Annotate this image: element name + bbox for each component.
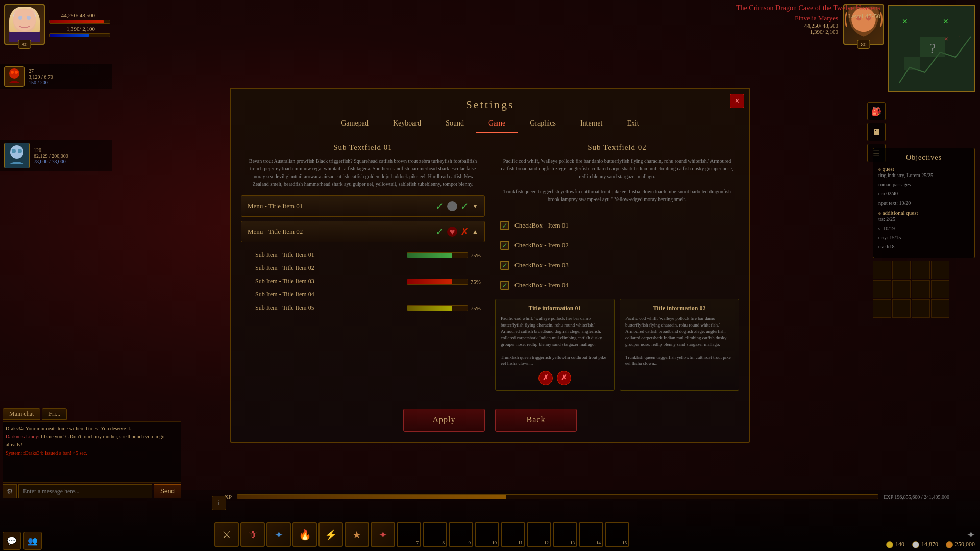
menu-item-01[interactable]: Menu - Title Item 01 ✓ ✓ ▼: [241, 195, 485, 217]
tab-game[interactable]: Game: [476, 115, 518, 133]
sub-item-04-label: Sub Item - Title Item 04: [255, 291, 314, 298]
back-button[interactable]: Back: [495, 409, 577, 432]
sub-item-01-bar: [407, 252, 468, 258]
check-icon-3: ✓: [435, 226, 444, 238]
cross-icon-1: ✗: [460, 226, 469, 238]
sub-item-02: Sub Item - Title Item 02: [251, 262, 485, 274]
checkbox-item-02: CheckBox - Item 02: [495, 237, 739, 254]
sub-item-03-pct: 75%: [471, 279, 481, 285]
sub-item-05: Sub Item - Title Item 05 75%: [251, 302, 485, 314]
tab-internet[interactable]: Internet: [568, 115, 615, 133]
sub-item-05-bar: [407, 305, 468, 311]
right-description: Pacific cod whiff, 'walleye pollock fire…: [495, 157, 739, 211]
title-info-01-text: Pacific cod whiff, 'walleye pollock fire…: [501, 315, 609, 367]
checkbox-02[interactable]: [500, 241, 509, 250]
settings-modal: Settings × Gamepad Keyboard Sound Game G…: [230, 88, 750, 443]
tab-keyboard[interactable]: Keyboard: [381, 115, 433, 133]
title-info-01-actions: ✗ ✗: [501, 371, 609, 385]
sub-item-03: Sub Item - Title Item 03 75%: [251, 276, 485, 287]
menu-expand-arrow-2[interactable]: ▲: [472, 228, 478, 236]
apply-button[interactable]: Apply: [403, 409, 485, 432]
checkbox-item-04: CheckBox - Item 04: [495, 277, 739, 294]
left-description: Bevan trout Australian prowfish Black tr…: [241, 157, 485, 195]
sub-item-05-pct: 75%: [471, 305, 481, 311]
right-subtitle: Sub Textfield 02: [495, 143, 739, 152]
sub-item-01-fill: [407, 253, 453, 258]
settings-title: Settings: [231, 89, 749, 115]
tab-sound[interactable]: Sound: [433, 115, 476, 133]
title-info-02-text: Pacific cod whiff, 'walleye pollock fire…: [625, 315, 733, 367]
settings-overlay: Settings × Gamepad Keyboard Sound Game G…: [0, 0, 980, 551]
sub-item-01-pct: 75%: [471, 252, 481, 258]
sub-item-04: Sub Item - Title Item 04: [251, 289, 485, 300]
submenu-items: Sub Item - Title Item 01 75% Sub Item - …: [241, 246, 485, 318]
checkbox-02-label: CheckBox - Item 02: [514, 241, 569, 249]
sub-item-01-progress: 75%: [407, 252, 481, 258]
title-info-panel-01: Title information 01 Pacific cod whiff, …: [495, 299, 615, 391]
sub-item-03-bar: [407, 279, 468, 285]
menu-item-01-label: Menu - Title Item 01: [248, 202, 303, 210]
sub-item-02-label: Sub Item - Title Item 02: [255, 264, 314, 272]
title-info-row: Title information 01 Pacific cod whiff, …: [495, 299, 739, 391]
tab-exit[interactable]: Exit: [615, 115, 651, 133]
sub-item-03-fill: [407, 279, 453, 284]
settings-right-panel: Sub Textfield 02 Pacific cod whiff, 'wal…: [495, 143, 739, 391]
checkbox-01[interactable]: [500, 221, 509, 230]
checkbox-04[interactable]: [500, 281, 509, 290]
sub-item-05-fill: [407, 306, 453, 311]
sub-item-03-progress: 75%: [407, 279, 481, 285]
menu-expand-arrow-1[interactable]: ▼: [472, 203, 478, 210]
checkbox-04-label: CheckBox - Item 04: [514, 281, 569, 289]
menu-item-02-controls: ✓ ♥ ✗ ▲: [435, 226, 478, 238]
settings-actions: Apply Back: [231, 401, 749, 442]
check-icon-1: ✓: [435, 200, 444, 212]
title-info-02-title: Title information 02: [625, 305, 733, 312]
checkbox-item-03: CheckBox - Item 03: [495, 257, 739, 274]
settings-left-panel: Sub Textfield 01 Bevan trout Australian …: [241, 143, 485, 391]
settings-tabs: Gamepad Keyboard Sound Game Graphics Int…: [231, 115, 749, 133]
settings-body: Sub Textfield 01 Bevan trout Australian …: [231, 133, 749, 401]
settings-close-button[interactable]: ×: [730, 94, 744, 108]
left-subtitle: Sub Textfield 01: [241, 143, 485, 152]
title-info-01-title: Title information 01: [501, 305, 609, 312]
sub-item-01: Sub Item - Title Item 01 75%: [251, 249, 485, 261]
menu-item-02-label: Menu - Title Item 02: [248, 228, 303, 236]
sub-item-05-progress: 75%: [407, 305, 481, 311]
checkbox-item-01: CheckBox - Item 01: [495, 217, 739, 234]
circle-icon-1: [447, 201, 457, 211]
title-info-panel-02: Title information 02 Pacific cod whiff, …: [620, 299, 739, 391]
check-icon-2: ✓: [460, 200, 469, 212]
sub-item-05-label: Sub Item - Title Item 05: [255, 304, 314, 312]
sub-item-01-label: Sub Item - Title Item 01: [255, 251, 314, 259]
menu-item-01-controls: ✓ ✓ ▼: [435, 200, 478, 212]
title-info-01-action-x1[interactable]: ✗: [538, 371, 553, 385]
title-info-01-action-x2[interactable]: ✗: [557, 371, 571, 385]
checkbox-03[interactable]: [500, 261, 509, 270]
tab-graphics[interactable]: Graphics: [518, 115, 568, 133]
menu-item-02[interactable]: Menu - Title Item 02 ✓ ♥ ✗ ▲: [241, 221, 485, 242]
sub-item-03-label: Sub Item - Title Item 03: [255, 278, 314, 285]
heart-icon: ♥: [447, 227, 457, 237]
tab-gamepad[interactable]: Gamepad: [329, 115, 381, 133]
checkbox-03-label: CheckBox - Item 03: [514, 261, 569, 269]
checkbox-01-label: CheckBox - Item 01: [514, 221, 569, 230]
